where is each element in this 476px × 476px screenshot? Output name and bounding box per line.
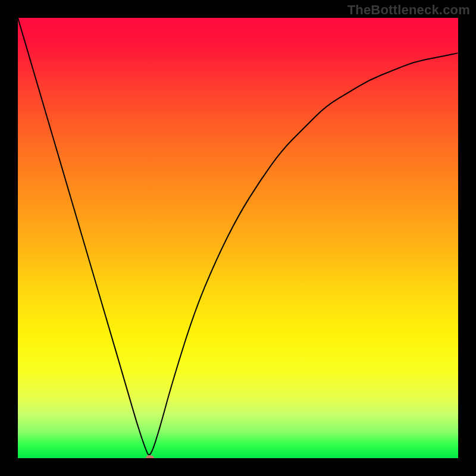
chart-frame: TheBottleneck.com (0, 0, 476, 476)
watermark-text: TheBottleneck.com (347, 2, 470, 18)
curve-path (18, 18, 458, 455)
minimum-marker (146, 455, 154, 458)
plot-area (18, 18, 458, 458)
bottleneck-curve (18, 18, 458, 458)
